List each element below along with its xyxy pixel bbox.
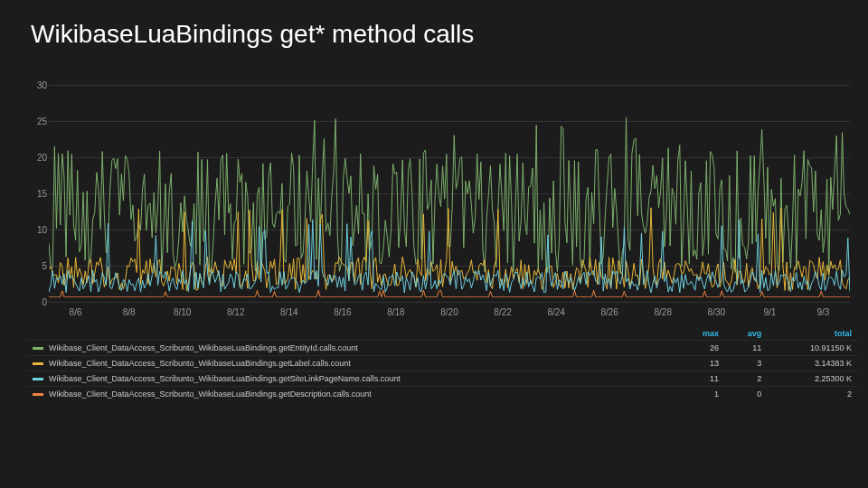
- legend-max: 13: [677, 356, 724, 371]
- legend-avg: 11: [724, 341, 767, 356]
- legend-name: Wikibase_Client_DataAccess_Scribunto_Wik…: [27, 356, 677, 371]
- legend-total: 3.14383 K: [767, 356, 857, 371]
- y-tick: 5: [42, 261, 47, 271]
- legend-header-avg: avg: [724, 327, 767, 341]
- x-tick: 8/20: [440, 307, 458, 317]
- x-tick: 8/30: [708, 307, 725, 317]
- x-tick: 8/6: [70, 307, 82, 317]
- x-tick: 9/1: [763, 307, 776, 317]
- page-title: WikibaseLuaBindings get* method calls: [0, 0, 868, 49]
- x-tick: 8/12: [227, 307, 244, 317]
- x-axis: 8/68/88/108/128/148/168/188/208/228/248/…: [49, 304, 850, 320]
- y-tick: 25: [37, 116, 47, 126]
- legend-header-name: [27, 327, 677, 341]
- legend-name: Wikibase_Client_DataAccess_Scribunto_Wik…: [27, 371, 677, 387]
- legend-total: 2.25300 K: [767, 371, 857, 387]
- x-tick: 8/18: [387, 307, 404, 317]
- x-tick: 8/24: [547, 307, 564, 317]
- legend-total: 2: [767, 387, 857, 402]
- legend-row[interactable]: Wikibase_Client_DataAccess_Scribunto_Wik…: [27, 356, 857, 371]
- legend-header-total: total: [767, 327, 857, 341]
- y-axis: 051015202530: [27, 85, 47, 302]
- legend-avg: 2: [724, 371, 767, 387]
- x-tick: 8/14: [280, 307, 297, 317]
- y-tick: 10: [37, 224, 47, 234]
- chart-panel: 051015202530 8/68/88/108/128/148/168/188…: [27, 85, 850, 320]
- legend-header-max: max: [677, 327, 724, 341]
- legend-total: 10.91150 K: [767, 341, 857, 356]
- y-tick: 0: [42, 297, 47, 307]
- legend-max: 26: [677, 341, 724, 356]
- legend-swatch: [33, 347, 43, 350]
- legend-row[interactable]: Wikibase_Client_DataAccess_Scribunto_Wik…: [27, 371, 857, 387]
- legend-swatch: [33, 378, 43, 380]
- x-tick: 8/16: [334, 307, 351, 317]
- x-tick: 8/8: [123, 307, 136, 317]
- x-tick: 8/22: [494, 307, 511, 317]
- legend-table: max avg total Wikibase_Client_DataAccess…: [27, 327, 857, 401]
- x-tick: 8/28: [655, 307, 672, 317]
- legend-avg: 3: [724, 356, 767, 371]
- legend-name: Wikibase_Client_DataAccess_Scribunto_Wik…: [27, 387, 677, 402]
- legend-max: 1: [677, 387, 724, 402]
- gridline: [49, 302, 850, 303]
- y-tick: 20: [37, 152, 47, 162]
- x-tick: 8/10: [174, 307, 191, 317]
- legend-avg: 0: [724, 387, 767, 402]
- legend-name: Wikibase_Client_DataAccess_Scribunto_Wik…: [27, 341, 677, 356]
- legend-swatch: [33, 362, 43, 365]
- x-tick: 8/26: [600, 307, 618, 317]
- legend-swatch: [33, 393, 43, 396]
- series-line: [49, 208, 850, 291]
- legend-max: 11: [677, 371, 724, 387]
- y-tick: 30: [37, 80, 47, 90]
- legend-row[interactable]: Wikibase_Client_DataAccess_Scribunto_Wik…: [27, 341, 857, 356]
- legend-row[interactable]: Wikibase_Client_DataAccess_Scribunto_Wik…: [27, 387, 857, 402]
- chart-plot: [49, 85, 850, 297]
- x-tick: 9/3: [817, 307, 830, 317]
- y-tick: 15: [37, 189, 47, 199]
